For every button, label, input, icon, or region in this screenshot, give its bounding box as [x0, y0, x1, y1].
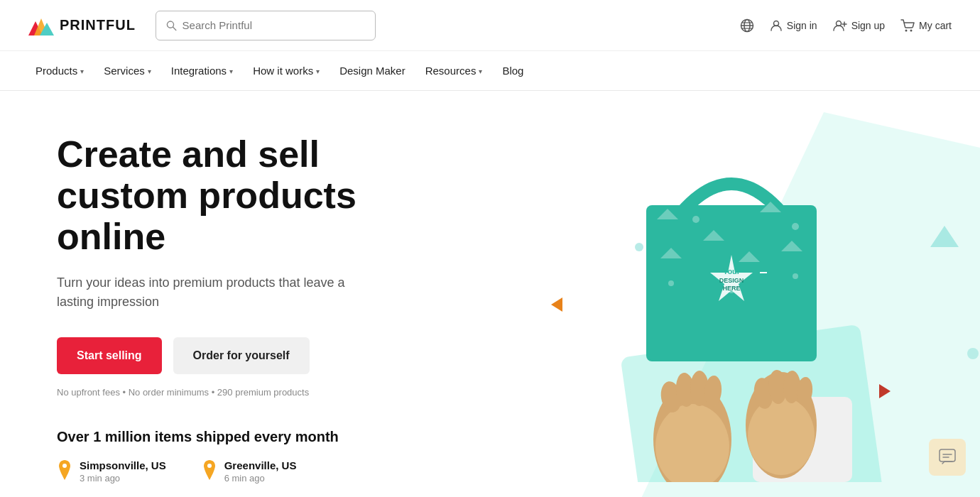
svg-point-33 — [668, 280, 674, 286]
city-1: Simpsonville, US — [80, 459, 166, 471]
sign-up-button[interactable]: Sign up — [833, 19, 885, 32]
add-user-icon — [833, 19, 847, 32]
svg-marker-52 — [551, 297, 562, 312]
logo[interactable]: PRINTFUL — [28, 16, 136, 36]
svg-text:Your: Your — [723, 267, 741, 275]
next-arrow-icon — [875, 381, 895, 401]
search-bar[interactable] — [156, 11, 376, 40]
svg-marker-53 — [879, 384, 891, 398]
cart-icon — [900, 19, 915, 32]
svg-line-4 — [173, 27, 176, 30]
svg-text:HERE: HERE — [722, 285, 740, 292]
svg-point-14 — [905, 29, 908, 31]
sign-up-label: Sign up — [851, 20, 885, 31]
hero-headline: Create and sell custom products online — [57, 133, 454, 258]
nav-resources[interactable]: Resources ▾ — [418, 51, 490, 90]
svg-point-17 — [207, 464, 212, 468]
resources-chevron-icon: ▾ — [479, 67, 482, 75]
services-chevron-icon: ▾ — [148, 67, 151, 75]
svg-point-43 — [748, 397, 815, 475]
order-for-yourself-button[interactable]: Order for yourself — [173, 337, 310, 374]
search-input[interactable] — [183, 19, 365, 31]
sign-in-label: Sign in — [787, 20, 817, 31]
city-2: Greenville, US — [224, 459, 297, 471]
shipped-title: Over 1 million items shipped every month — [57, 429, 454, 445]
globe-button[interactable] — [740, 18, 754, 33]
hero-content: Create and sell custom products online T… — [0, 91, 483, 497]
hero-footnote: No upfront fees • No order minimums • 29… — [57, 387, 454, 398]
logo-mountain-icon — [28, 16, 54, 36]
sign-in-button[interactable]: Sign in — [770, 19, 817, 32]
next-arrow-button[interactable] — [875, 381, 895, 404]
chat-button[interactable] — [929, 439, 966, 476]
logo-text: PRINTFUL — [60, 17, 136, 33]
hero-buttons: Start selling Order for yourself — [57, 337, 454, 374]
start-selling-button[interactable]: Start selling — [57, 337, 162, 374]
nav-integrations[interactable]: Integrations ▾ — [164, 51, 240, 90]
nav-services[interactable]: Services ▾ — [97, 51, 158, 90]
user-icon — [770, 19, 783, 32]
location-1: Simpsonville, US 3 min ago — [57, 459, 166, 484]
location-info-1: Simpsonville, US 3 min ago — [80, 459, 166, 484]
location-info-2: Greenville, US 6 min ago — [224, 459, 297, 484]
location-pin-icon-1 — [57, 460, 72, 480]
globe-icon — [740, 18, 754, 33]
integrations-chevron-icon: ▾ — [229, 67, 233, 75]
chat-icon — [938, 448, 957, 466]
cart-button[interactable]: My cart — [900, 19, 952, 32]
prev-arrow-button[interactable] — [547, 295, 567, 317]
header-actions: Sign in Sign up My cart — [740, 18, 952, 33]
time-2: 6 min ago — [224, 473, 297, 484]
hero-subtext: Turn your ideas into premium products th… — [57, 273, 383, 312]
header: PRINTFUL Sign in — [0, 0, 980, 51]
location-2: Greenville, US 6 min ago — [202, 459, 297, 484]
locations-list: Simpsonville, US 3 min ago Greenville, U… — [57, 459, 454, 484]
svg-rect-54 — [940, 449, 955, 462]
shipped-section: Over 1 million items shipped every month… — [57, 429, 454, 484]
location-pin-icon-2 — [202, 460, 217, 480]
nav-design-maker[interactable]: Design Maker — [332, 51, 413, 90]
svg-point-22 — [967, 348, 979, 359]
svg-text:DESIGN: DESIGN — [719, 277, 744, 284]
howitworks-chevron-icon: ▾ — [316, 67, 320, 75]
hero-section: Create and sell custom products online T… — [0, 91, 980, 497]
hero-visual: Your DESIGN HERE — [483, 91, 980, 497]
search-icon — [166, 20, 177, 31]
main-nav: Products ▾ Services ▾ Integrations ▾ How… — [0, 51, 980, 91]
nav-how-it-works[interactable]: How it works ▾ — [246, 51, 327, 90]
bag-svg: Your DESIGN HERE — [561, 141, 902, 482]
nav-products[interactable]: Products ▾ — [28, 51, 91, 90]
cart-label: My cart — [919, 20, 952, 31]
bag-illustration: Your DESIGN HERE — [561, 141, 902, 482]
nav-blog[interactable]: Blog — [495, 51, 530, 90]
svg-point-34 — [793, 273, 798, 279]
svg-point-16 — [62, 464, 67, 468]
products-chevron-icon: ▾ — [80, 67, 84, 75]
time-1: 3 min ago — [80, 473, 166, 484]
svg-point-31 — [692, 216, 699, 223]
prev-arrow-icon — [547, 295, 567, 315]
svg-point-32 — [792, 223, 799, 230]
svg-point-15 — [910, 29, 913, 31]
